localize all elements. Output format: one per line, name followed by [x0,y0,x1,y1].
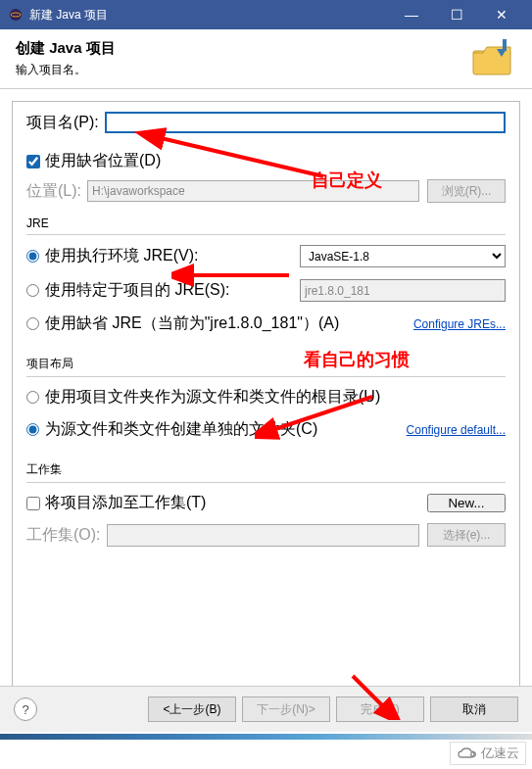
jre-env-radio[interactable] [26,250,39,263]
project-name-row: 项目名(P): [26,112,506,133]
use-default-location-row: 使用缺省位置(D) [26,151,506,171]
location-row: 位置(L): 浏览(R)... [26,179,506,203]
workset-checkbox-label: 将项目添加至工作集(T) [45,493,427,513]
page-subtitle: 输入项目名。 [16,62,469,78]
watermark: 亿速云 [450,742,526,765]
workset-select-row: 工作集(O): 选择(e)... [26,523,506,547]
project-name-label: 项目名(P): [26,113,99,133]
configure-default-link[interactable]: Configure default... [407,423,506,437]
layout-root-radio[interactable] [26,391,39,404]
titlebar: 新建 Java 项目 — ☐ ✕ [0,0,532,29]
browse-button: 浏览(R)... [427,179,506,203]
jre-default-row: 使用缺省 JRE（当前为"jre1.8.0_181"）(A) Configure… [26,313,506,334]
divider [26,482,506,483]
finish-button: 完成(F) [336,697,424,722]
dialog-footer: ? <上一步(B) 下一步(N)> 完成(F) 取消 [0,686,532,732]
jre-default-radio[interactable] [26,317,39,330]
jre-env-select[interactable]: JavaSE-1.8 [300,245,506,267]
jre-group: JRE 使用执行环境 JRE(V): JavaSE-1.8 使用特定于项目的 J… [26,216,506,334]
configure-jres-link[interactable]: Configure JREs... [413,317,506,331]
use-default-location-checkbox[interactable] [26,155,40,168]
layout-root-row: 使用项目文件夹作为源文件和类文件的根目录(U) [26,387,506,408]
jre-env-row: 使用执行环境 JRE(V): JavaSE-1.8 [26,245,506,267]
workset-new-button[interactable]: New... [427,494,506,512]
project-name-input[interactable] [105,112,506,133]
folder-icon [469,39,516,80]
minimize-button[interactable]: — [389,0,434,29]
jre-project-label: 使用特定于项目的 JRE(S): [45,280,300,301]
svg-rect-2 [473,51,510,74]
divider [26,234,506,235]
jre-project-row: 使用特定于项目的 JRE(S): [26,279,506,302]
content-area: 项目名(P): 使用缺省位置(D) 位置(L): 浏览(R)... JRE 使用… [12,101,520,687]
workset-group: 工作集 将项目添加至工作集(T) New... 工作集(O): 选择(e)... [26,461,506,547]
workset-select-button: 选择(e)... [427,523,506,547]
svg-point-0 [10,9,22,21]
layout-separate-row: 为源文件和类文件创建单独的文件夹(C) Configure default... [26,419,506,440]
back-button[interactable]: <上一步(B) [148,697,236,722]
close-button[interactable]: ✕ [479,0,524,29]
eclipse-icon [8,7,24,23]
workset-checkbox-row: 将项目添加至工作集(T) New... [26,493,506,513]
use-default-location-label: 使用缺省位置(D) [45,151,161,171]
next-button: 下一步(N)> [242,697,330,722]
jre-env-label: 使用执行环境 JRE(V): [45,246,300,266]
layout-group-title: 项目布局 [26,356,506,372]
divider [26,376,506,377]
window-controls: — ☐ ✕ [389,0,524,29]
help-button[interactable]: ? [14,697,37,721]
location-input [87,180,419,202]
workset-select-input [107,524,419,547]
layout-root-label: 使用项目文件夹作为源文件和类文件的根目录(U) [45,387,506,408]
jre-project-select [300,279,506,302]
layout-group: 项目布局 使用项目文件夹作为源文件和类文件的根目录(U) 为源文件和类文件创建单… [26,356,506,440]
workset-checkbox[interactable] [26,497,40,510]
jre-group-title: JRE [26,216,506,230]
location-label: 位置(L): [26,181,81,202]
page-title: 创建 Java 项目 [16,39,469,58]
maximize-button[interactable]: ☐ [434,0,479,29]
layout-separate-radio[interactable] [26,423,39,436]
window-title: 新建 Java 项目 [29,7,389,24]
workset-group-title: 工作集 [26,461,506,478]
workset-select-label: 工作集(O): [26,525,101,546]
jre-project-radio[interactable] [26,284,39,297]
dialog-header: 创建 Java 项目 输入项目名。 [0,29,532,89]
cancel-button[interactable]: 取消 [430,697,518,722]
decorative-strip [0,734,532,740]
watermark-text: 亿速云 [481,745,519,762]
